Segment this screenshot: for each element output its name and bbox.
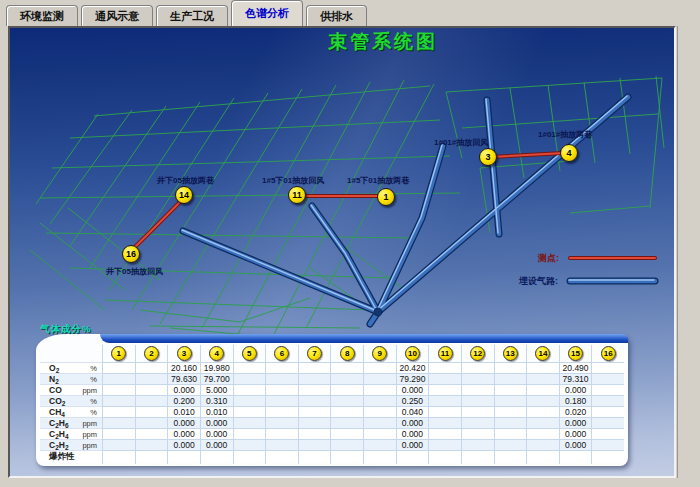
gas-row-label: C2H4ppm (40, 428, 102, 439)
column-number-badge: 6 (274, 346, 289, 361)
column-number-badge: 16 (601, 346, 616, 361)
gas-cell (265, 450, 298, 464)
explosiveness-label: 爆炸性 (40, 450, 102, 463)
gas-col-header-9: 9 (363, 345, 396, 362)
gas-row-label: N2% (40, 373, 102, 384)
gas-analysis-table: 12345678910111213141516O2%20.16019.98020… (36, 334, 628, 466)
window-bottom-frame (0, 478, 700, 487)
window-right-frame (677, 26, 700, 487)
monitor-point-label-1: 1#5下01抽放两巷 (347, 175, 409, 186)
gas-col-header-15: 15 (559, 345, 592, 362)
tab-bar: 环境监测通风示意生产工况色谱分析供排水 (0, 0, 700, 26)
column-number-badge: 14 (535, 346, 550, 361)
gas-cell (102, 450, 135, 464)
column-number-badge: 10 (405, 346, 420, 361)
tab-通风示意[interactable]: 通风示意 (81, 5, 153, 26)
gas-col-header-16: 16 (591, 345, 624, 362)
gas-col-header-5: 5 (233, 345, 266, 362)
gas-cell (461, 450, 494, 464)
monitor-point-16[interactable]: 16 (122, 245, 140, 263)
gas-table-row: N2%79.63079.70079.29079.310 (40, 373, 624, 384)
gas-row-label: COppm (40, 384, 102, 395)
gas-cell (559, 450, 592, 464)
gas-row-label: C2H2ppm (40, 439, 102, 450)
gas-table-title: 气体成分% (40, 323, 91, 336)
gas-col-header-2: 2 (135, 345, 168, 362)
gas-table-row: O2%20.16019.98020.42020.490 (40, 362, 624, 373)
gas-cell (135, 450, 168, 464)
gas-cell (298, 450, 331, 464)
column-number-badge: 12 (470, 346, 485, 361)
gas-cell (233, 450, 266, 464)
legend-pipe-label: 埋设气路: (519, 275, 558, 288)
monitor-point-label-4: 1#01#抽放两巷 (538, 129, 592, 140)
gas-col-header-13: 13 (494, 345, 527, 362)
gas-row-label: CH4% (40, 406, 102, 417)
gas-cell (526, 450, 559, 464)
monitor-point-label-11: 1#5下01抽放回风 (262, 175, 324, 186)
gas-cell (167, 450, 200, 464)
tab-环境监测[interactable]: 环境监测 (6, 5, 78, 26)
gas-row-label: CO2% (40, 395, 102, 406)
chromatograph-analysis-window: { "tabs": [ {"label": "环境监测", "active": … (0, 0, 700, 487)
column-number-badge: 7 (307, 346, 322, 361)
gas-cell (494, 450, 527, 464)
gas-col-header-1: 1 (102, 345, 135, 362)
column-number-badge: 2 (144, 346, 159, 361)
gas-table-corner (40, 345, 102, 362)
gas-cell (591, 450, 624, 464)
gas-cell (428, 450, 461, 464)
monitor-point-1[interactable]: 1 (377, 188, 395, 206)
gas-col-header-14: 14 (526, 345, 559, 362)
gas-cell (396, 450, 429, 464)
gas-table-grid: 12345678910111213141516O2%20.16019.98020… (40, 345, 624, 463)
column-number-badge: 15 (568, 346, 583, 361)
column-number-badge: 8 (340, 346, 355, 361)
column-number-badge: 11 (438, 346, 453, 361)
monitor-point-label-16: 井下05抽放回风 (106, 266, 163, 277)
gas-col-header-10: 10 (396, 345, 429, 362)
gas-table-row: C2H4ppm0.0000.0000.0000.000 (40, 428, 624, 439)
monitor-point-14[interactable]: 14 (175, 186, 193, 204)
gas-row-label: O2% (40, 362, 102, 373)
tab-供排水[interactable]: 供排水 (306, 5, 367, 26)
column-number-badge: 5 (242, 346, 257, 361)
tab-生产工况[interactable]: 生产工况 (156, 5, 228, 26)
gas-col-header-4: 4 (200, 345, 233, 362)
gas-row-label: C2H6ppm (40, 417, 102, 428)
gas-col-header-6: 6 (265, 345, 298, 362)
tab-色谱分析[interactable]: 色谱分析 (231, 0, 303, 26)
monitor-point-label-14: 井下05抽放两巷 (157, 175, 214, 186)
column-number-badge: 1 (111, 346, 126, 361)
gas-cell (330, 450, 363, 464)
gas-col-header-11: 11 (428, 345, 461, 362)
column-number-badge: 13 (503, 346, 518, 361)
gas-cell (363, 450, 396, 464)
column-number-badge: 4 (209, 346, 224, 361)
gas-table-row: C2H6ppm0.0000.0000.0000.000 (40, 417, 624, 428)
gas-col-header-3: 3 (167, 345, 200, 362)
monitor-point-11[interactable]: 11 (288, 186, 306, 204)
main-panel: 束管系统图 测点: 埋设气路: (8, 26, 676, 478)
gas-table-row: C2H2ppm0.0000.0000.0000.000 (40, 439, 624, 450)
monitor-point-label-3: 1#01#抽放回风 (434, 137, 488, 148)
monitor-point-4[interactable]: 4 (560, 144, 578, 162)
gas-cell (200, 450, 233, 464)
column-number-badge: 9 (372, 346, 387, 361)
column-number-badge: 3 (177, 346, 192, 361)
gas-col-header-12: 12 (461, 345, 494, 362)
gas-table-header-row: 12345678910111213141516 (40, 345, 624, 362)
gas-col-header-7: 7 (298, 345, 331, 362)
legend-point-label: 测点: (538, 252, 559, 265)
gas-table-row: CO2%0.2000.3100.2500.180 (40, 395, 624, 406)
legend-lines (569, 258, 655, 281)
gas-table-footer-row: 爆炸性 (40, 450, 624, 463)
monitor-point-3[interactable]: 3 (479, 148, 497, 166)
table-header-strip (100, 334, 628, 343)
gas-table-row: CH4%0.0100.0100.0400.020 (40, 406, 624, 417)
gas-col-header-8: 8 (330, 345, 363, 362)
gas-table-row: COppm0.0005.0000.0000.000 (40, 384, 624, 395)
